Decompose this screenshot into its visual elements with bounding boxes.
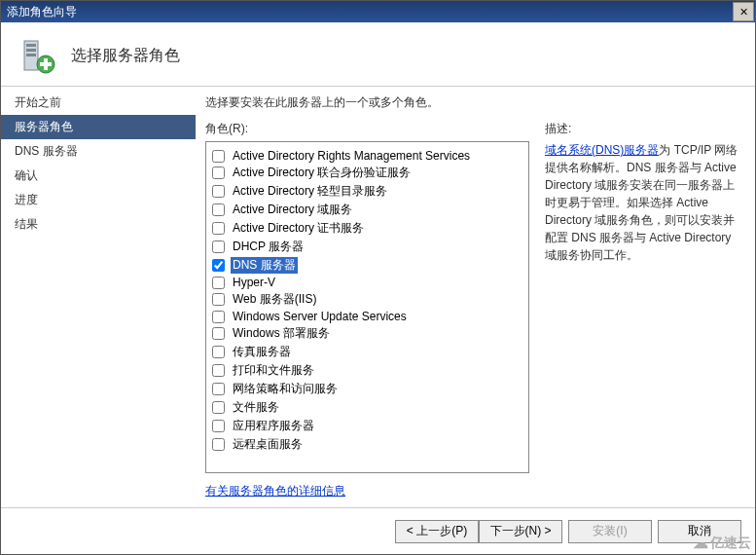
- svg-rect-3: [26, 54, 36, 56]
- role-label-0: Active Directory Rights Management Servi…: [231, 149, 472, 163]
- sidebar-item-2[interactable]: DNS 服务器: [1, 139, 196, 164]
- svg-rect-1: [26, 44, 36, 47]
- sidebar-item-0[interactable]: 开始之前: [1, 91, 196, 115]
- role-label-1: Active Directory 联合身份验证服务: [231, 165, 413, 181]
- role-row-8[interactable]: Web 服务器(IIS): [212, 290, 522, 309]
- role-checkbox-7[interactable]: [212, 277, 225, 289]
- role-label-4: Active Directory 证书服务: [231, 220, 366, 237]
- footer: < 上一步(P) 下一步(N) > 安装(I) 取消 ☁ 亿速云: [1, 507, 755, 554]
- svg-rect-2: [26, 49, 36, 52]
- role-row-16[interactable]: 远程桌面服务: [212, 435, 522, 454]
- role-checkbox-15[interactable]: [212, 420, 225, 432]
- role-checkbox-2[interactable]: [212, 185, 225, 198]
- instruction-text: 选择要安装在此服务器上的一个或多个角色。: [205, 94, 739, 111]
- window-title: 添加角色向导: [7, 4, 77, 20]
- sidebar-item-4[interactable]: 进度: [1, 188, 196, 212]
- role-label-10: Windows 部署服务: [231, 325, 332, 342]
- roles-label: 角色(R):: [205, 121, 529, 137]
- role-label-7: Hyper-V: [231, 276, 277, 289]
- role-checkbox-12[interactable]: [212, 364, 225, 377]
- role-row-3[interactable]: Active Directory 域服务: [212, 201, 522, 219]
- role-row-11[interactable]: 传真服务器: [212, 343, 522, 361]
- description-column: 描述: 域名系统(DNS)服务器为 TCP/IP 网络提供名称解析。DNS 服务…: [545, 121, 739, 500]
- columns: 角色(R): Active Directory Rights Managemen…: [205, 121, 739, 500]
- wizard-window: 添加角色向导 ✕ 选择服务器角色 开始之前服务器角色DNS 服务器确认进度结果 …: [0, 0, 756, 555]
- roles-listbox[interactable]: Active Directory Rights Management Servi…: [205, 141, 529, 473]
- role-label-8: Web 服务器(IIS): [231, 291, 318, 308]
- prev-button[interactable]: < 上一步(P): [395, 520, 479, 543]
- role-row-9[interactable]: Windows Server Update Services: [212, 309, 522, 324]
- svg-rect-6: [40, 62, 52, 66]
- role-row-2[interactable]: Active Directory 轻型目录服务: [212, 182, 522, 201]
- role-row-15[interactable]: 应用程序服务器: [212, 417, 522, 435]
- server-role-icon: [18, 37, 57, 76]
- role-checkbox-8[interactable]: [212, 293, 225, 306]
- description-title: 描述:: [545, 121, 739, 137]
- role-label-13: 网络策略和访问服务: [231, 381, 340, 397]
- cancel-button[interactable]: 取消: [658, 520, 741, 543]
- next-button[interactable]: 下一步(N) >: [479, 520, 562, 543]
- role-checkbox-1[interactable]: [212, 166, 225, 179]
- roles-column: 角色(R): Active Directory Rights Managemen…: [205, 121, 529, 500]
- page-title: 选择服务器角色: [71, 46, 180, 66]
- body: 开始之前服务器角色DNS 服务器确认进度结果 选择要安装在此服务器上的一个或多个…: [1, 87, 755, 507]
- install-button[interactable]: 安装(I): [568, 520, 652, 543]
- role-checkbox-5[interactable]: [212, 240, 225, 253]
- description-link[interactable]: 域名系统(DNS)服务器: [545, 143, 659, 157]
- role-checkbox-10[interactable]: [212, 327, 225, 340]
- role-row-0[interactable]: Active Directory Rights Management Servi…: [212, 148, 522, 164]
- titlebar: 添加角色向导 ✕: [1, 1, 755, 22]
- role-row-7[interactable]: Hyper-V: [212, 275, 522, 290]
- description-text: 域名系统(DNS)服务器为 TCP/IP 网络提供名称解析。DNS 服务器与 A…: [545, 141, 739, 264]
- role-checkbox-6[interactable]: [212, 259, 225, 272]
- help-link[interactable]: 有关服务器角色的详细信息: [205, 483, 529, 500]
- sidebar: 开始之前服务器角色DNS 服务器确认进度结果: [1, 87, 196, 507]
- role-checkbox-4[interactable]: [212, 222, 225, 235]
- role-checkbox-13[interactable]: [212, 383, 225, 395]
- header: 选择服务器角色: [1, 22, 755, 87]
- role-row-5[interactable]: DHCP 服务器: [212, 238, 522, 256]
- role-label-2: Active Directory 轻型目录服务: [231, 183, 389, 200]
- role-label-3: Active Directory 域服务: [231, 202, 354, 218]
- role-checkbox-16[interactable]: [212, 438, 225, 451]
- role-row-1[interactable]: Active Directory 联合身份验证服务: [212, 164, 522, 182]
- role-label-11: 传真服务器: [231, 344, 293, 360]
- role-label-15: 应用程序服务器: [231, 418, 316, 434]
- close-icon: ✕: [739, 6, 748, 18]
- role-checkbox-11[interactable]: [212, 346, 225, 358]
- sidebar-item-1[interactable]: 服务器角色: [1, 115, 196, 139]
- role-checkbox-3[interactable]: [212, 204, 225, 216]
- close-button[interactable]: ✕: [733, 2, 754, 21]
- description-body: 为 TCP/IP 网络提供名称解析。DNS 服务器与 Active Direct…: [545, 143, 738, 262]
- role-row-13[interactable]: 网络策略和访问服务: [212, 380, 522, 398]
- role-label-6: DNS 服务器: [231, 257, 298, 274]
- role-row-10[interactable]: Windows 部署服务: [212, 324, 522, 343]
- role-row-6[interactable]: DNS 服务器: [212, 256, 522, 275]
- role-label-9: Windows Server Update Services: [231, 310, 409, 323]
- sidebar-item-3[interactable]: 确认: [1, 164, 196, 188]
- role-checkbox-0[interactable]: [212, 150, 225, 163]
- content: 选择要安装在此服务器上的一个或多个角色。 角色(R): Active Direc…: [196, 87, 755, 507]
- role-checkbox-9[interactable]: [212, 311, 225, 323]
- role-label-16: 远程桌面服务: [231, 436, 305, 453]
- role-row-12[interactable]: 打印和文件服务: [212, 361, 522, 380]
- role-row-4[interactable]: Active Directory 证书服务: [212, 219, 522, 238]
- role-label-5: DHCP 服务器: [231, 239, 306, 255]
- role-label-14: 文件服务: [231, 399, 281, 416]
- nav-button-group: < 上一步(P) 下一步(N) >: [395, 520, 562, 543]
- role-row-14[interactable]: 文件服务: [212, 398, 522, 417]
- sidebar-item-5[interactable]: 结果: [1, 212, 196, 237]
- role-checkbox-14[interactable]: [212, 401, 225, 414]
- role-label-12: 打印和文件服务: [231, 362, 316, 379]
